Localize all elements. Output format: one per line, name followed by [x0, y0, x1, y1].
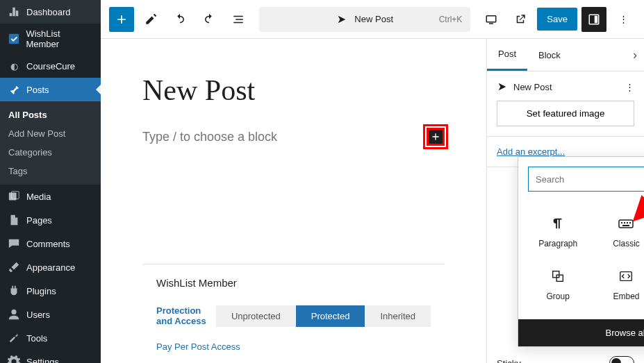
- menu-settings[interactable]: Settings: [0, 350, 101, 363]
- block-paragraph[interactable]: Paragraph: [524, 205, 592, 258]
- preview-button[interactable]: [508, 7, 533, 32]
- svg-rect-16: [556, 275, 563, 281]
- tools-button[interactable]: [138, 7, 163, 32]
- document-bar[interactable]: New Post Ctrl+K: [259, 7, 470, 32]
- submenu-categories[interactable]: Categories: [0, 143, 101, 162]
- add-excerpt-link[interactable]: Add an excerpt...: [497, 146, 565, 157]
- outline-button[interactable]: [226, 7, 251, 32]
- inserter-search[interactable]: [528, 167, 644, 192]
- breadcrumb-text: New Post: [513, 82, 552, 92]
- editor-canvas[interactable]: New Post Type / to choose a block WishLi…: [101, 39, 486, 363]
- plug-icon: [7, 284, 21, 298]
- menu-label: Appearance: [26, 262, 75, 273]
- menu-label: Media: [26, 192, 51, 202]
- menu-pages[interactable]: Pages: [0, 208, 101, 232]
- menu-coursecure[interactable]: ◐CourseCure: [0, 54, 101, 78]
- block-inserter-popover: Paragraph Classic Image Group Embed Shor…: [518, 156, 644, 347]
- post-icon: [497, 81, 508, 92]
- settings-toggle-button[interactable]: [581, 7, 606, 32]
- menu-media[interactable]: Media: [0, 185, 101, 208]
- wlm-panel: WishList Member Protection and Access Un…: [142, 264, 445, 359]
- svg-rect-9: [621, 222, 622, 223]
- menu-wishlist[interactable]: WishList Member: [0, 24, 101, 54]
- group-icon: [550, 268, 566, 285]
- main: New Post Ctrl+K Save ⋮ New Post Type / t…: [101, 0, 644, 363]
- view-button[interactable]: [479, 7, 504, 32]
- pages-icon: [7, 213, 21, 227]
- save-button[interactable]: Save: [537, 8, 577, 31]
- course-icon: ◐: [7, 59, 21, 73]
- svg-rect-12: [629, 222, 631, 223]
- menu-label: CourseCure: [26, 61, 75, 71]
- seg-unprotected[interactable]: Unprotected: [216, 305, 296, 327]
- embed-icon: [618, 268, 634, 285]
- menu-tools[interactable]: Tools: [0, 326, 101, 350]
- browse-all-button[interactable]: Browse all: [518, 319, 644, 346]
- wrench-icon: [7, 331, 21, 345]
- seg-inherited[interactable]: Inherited: [365, 305, 431, 327]
- tab-post[interactable]: Post: [487, 39, 527, 71]
- submenu-allposts[interactable]: All Posts: [0, 105, 101, 124]
- dashboard-icon: [7, 5, 21, 19]
- topbar: New Post Ctrl+K Save ⋮: [101, 0, 644, 39]
- sticky-label: Sticky: [497, 358, 521, 364]
- menu-comments[interactable]: Comments: [0, 232, 101, 255]
- block-embed[interactable]: Embed: [592, 258, 644, 311]
- block-label: Paragraph: [538, 239, 577, 248]
- admin-sidebar: Dashboard WishList Member ◐CourseCure Po…: [0, 0, 101, 363]
- post-title-input[interactable]: New Post: [142, 74, 445, 107]
- svg-rect-10: [624, 222, 625, 223]
- svg-rect-11: [627, 222, 628, 223]
- submenu-tags[interactable]: Tags: [0, 162, 101, 180]
- menu-label: Posts: [26, 85, 49, 95]
- pin-icon: [7, 83, 21, 96]
- menu-label: Plugins: [26, 286, 56, 296]
- user-icon: [7, 307, 21, 321]
- options-button[interactable]: ⋮: [611, 7, 636, 32]
- block-placeholder[interactable]: Type / to choose a block: [142, 130, 277, 144]
- paragraph-icon: [550, 215, 566, 232]
- tab-block[interactable]: Block: [527, 40, 572, 70]
- blocks-grid: Paragraph Classic Image Group Embed Shor…: [518, 201, 644, 319]
- block-classic[interactable]: Classic: [592, 205, 644, 258]
- inserter-toggle-button[interactable]: [109, 7, 134, 32]
- search-input[interactable]: [536, 174, 644, 185]
- doc-title-text: New Post: [354, 14, 393, 24]
- submenu-posts: All Posts Add New Post Categories Tags: [0, 101, 101, 185]
- inspector-tabs: Post Block ›: [487, 39, 644, 71]
- wlm-panel-title: WishList Member: [156, 277, 431, 289]
- menu-posts[interactable]: Posts: [0, 78, 101, 101]
- inspector-close-button[interactable]: ›: [626, 48, 644, 62]
- menu-plugins[interactable]: Plugins: [0, 279, 101, 303]
- add-block-button[interactable]: [427, 128, 445, 146]
- menu-label: Comments: [26, 239, 70, 249]
- menu-appearance[interactable]: Appearance: [0, 255, 101, 279]
- menu-label: Settings: [26, 357, 59, 364]
- media-icon: [7, 189, 21, 203]
- gear-icon: [7, 355, 21, 363]
- sticky-toggle[interactable]: [609, 356, 634, 363]
- seg-protected[interactable]: Protected: [296, 305, 365, 327]
- keyboard-icon: [618, 215, 634, 232]
- menu-users[interactable]: Users: [0, 303, 101, 326]
- submenu-addnew[interactable]: Add New Post: [0, 124, 101, 143]
- menu-label: Dashboard: [26, 7, 71, 17]
- svg-rect-15: [553, 271, 559, 278]
- brush-icon: [7, 260, 21, 274]
- sticky-row: Sticky: [487, 348, 644, 363]
- block-label: Group: [546, 292, 569, 301]
- menu-dashboard[interactable]: Dashboard: [0, 0, 101, 24]
- redo-button[interactable]: [197, 7, 222, 32]
- wlm-tab-protection[interactable]: Protection and Access: [156, 300, 216, 332]
- undo-button[interactable]: [167, 7, 192, 32]
- block-label: Classic: [613, 239, 640, 248]
- protection-segments: Unprotected Protected Inherited: [216, 305, 431, 327]
- featured-image-button[interactable]: Set featured image: [497, 101, 634, 126]
- menu-label: Tools: [26, 333, 47, 344]
- actions-menu-button[interactable]: ⋮: [625, 82, 634, 92]
- block-group[interactable]: Group: [524, 258, 592, 311]
- wlm-tab-pppa[interactable]: Pay Per Post Access: [156, 341, 240, 352]
- svg-rect-4: [487, 15, 497, 22]
- menu-label: WishList Member: [26, 28, 94, 49]
- shortcut-hint: Ctrl+K: [439, 15, 463, 24]
